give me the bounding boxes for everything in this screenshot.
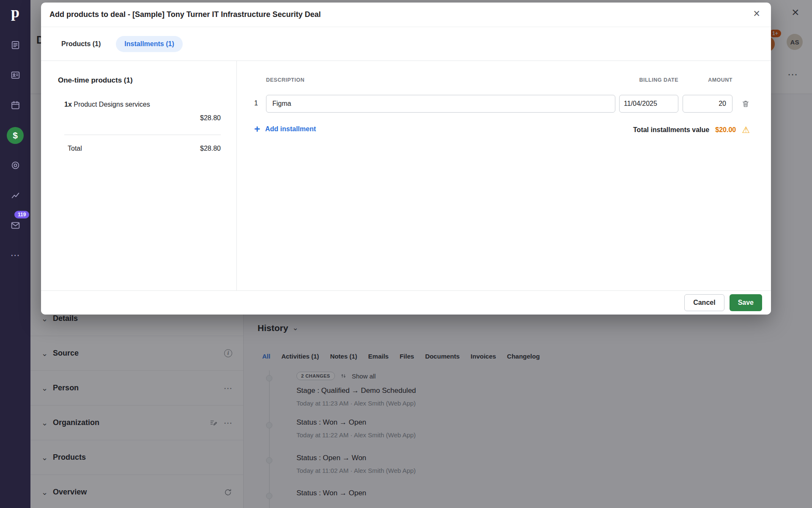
summary-total-label: Total bbox=[68, 145, 82, 152]
tab-installments[interactable]: Installments (1) bbox=[116, 36, 182, 52]
item-amount: $28.80 bbox=[200, 114, 221, 122]
deals-icon[interactable]: $ bbox=[7, 127, 24, 144]
summary-total-amount: $28.80 bbox=[200, 145, 221, 152]
mail-icon[interactable] bbox=[7, 217, 24, 234]
modal-close-icon[interactable]: × bbox=[753, 8, 760, 19]
modal-header: Add products to deal - [Sample] Tony Tur… bbox=[41, 3, 771, 27]
description-input[interactable] bbox=[266, 95, 615, 113]
tab-products[interactable]: Products (1) bbox=[54, 36, 108, 52]
modal-tabs: Products (1) Installments (1) bbox=[41, 27, 771, 61]
installments-total-label: Total installments value bbox=[633, 126, 709, 134]
installments-total-value: $20.00 bbox=[715, 126, 736, 134]
modal-footer: Cancel Save bbox=[41, 290, 771, 315]
contacts-icon[interactable] bbox=[7, 66, 24, 83]
insights-chart-icon[interactable] bbox=[7, 187, 24, 204]
row-index: 1 bbox=[254, 99, 258, 107]
dollar-glyph: $ bbox=[13, 130, 18, 141]
save-button[interactable]: Save bbox=[730, 294, 762, 311]
leads-icon[interactable] bbox=[7, 36, 24, 53]
products-summary-panel: One-time products (1) 1x Product Designs… bbox=[41, 61, 237, 290]
summary-heading: One-time products (1) bbox=[58, 76, 133, 85]
add-installment-label: Add installment bbox=[265, 125, 316, 133]
column-header-description: DESCRIPTION bbox=[266, 77, 304, 83]
app-sidebar: p $ 119 ⋯ bbox=[0, 0, 30, 508]
mail-unread-badge: 119 bbox=[14, 211, 29, 218]
delete-row-icon[interactable] bbox=[741, 99, 750, 108]
prospecting-target-icon[interactable] bbox=[7, 157, 24, 174]
item-name: Product Designs services bbox=[72, 101, 150, 108]
amount-input[interactable] bbox=[683, 95, 732, 113]
more-menu-icon[interactable]: ⋯ bbox=[7, 247, 24, 264]
add-products-modal: Add products to deal - [Sample] Tony Tur… bbox=[41, 3, 771, 315]
column-header-amount: AMOUNT bbox=[683, 77, 732, 83]
column-header-billing-date: BILLING DATE bbox=[619, 77, 678, 83]
installments-total: Total installments value $20.00 ⚠ bbox=[633, 125, 750, 134]
billing-date-input[interactable] bbox=[619, 95, 678, 113]
summary-divider bbox=[64, 135, 221, 135]
pipedrive-logo: p bbox=[0, 3, 30, 21]
modal-title: Add products to deal - [Sample] Tony Tur… bbox=[49, 10, 321, 19]
cancel-button[interactable]: Cancel bbox=[684, 294, 724, 311]
warning-icon: ⚠ bbox=[742, 125, 750, 134]
installments-panel: DESCRIPTION BILLING DATE AMOUNT 1 + Add … bbox=[237, 61, 771, 290]
summary-line-item: 1x Product Designs services bbox=[64, 101, 150, 108]
plus-icon: + bbox=[254, 124, 260, 134]
activities-calendar-icon[interactable] bbox=[7, 97, 24, 113]
ellipsis-glyph: ⋯ bbox=[11, 250, 20, 261]
add-installment-button[interactable]: + Add installment bbox=[254, 124, 316, 134]
item-quantity: 1x bbox=[64, 101, 72, 108]
